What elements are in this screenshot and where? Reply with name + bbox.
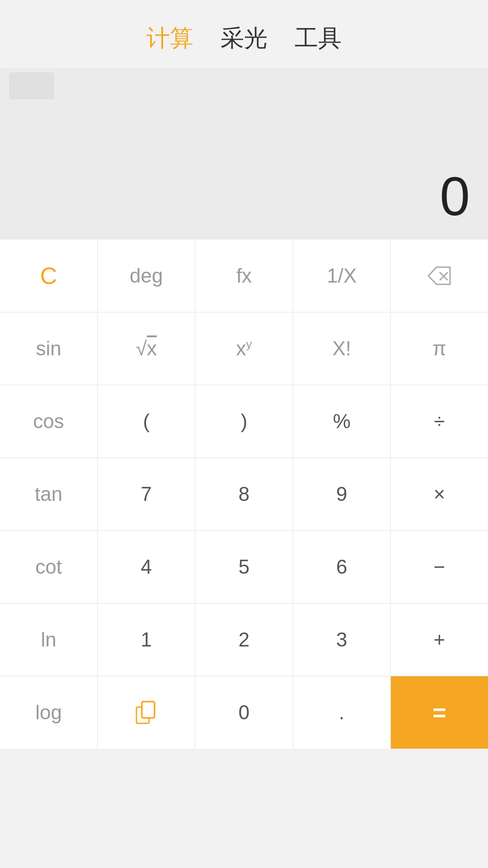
key-inv[interactable]: 1/X <box>293 240 391 312</box>
key-add[interactable]: + <box>391 604 488 676</box>
key-fx[interactable]: fx <box>195 240 293 312</box>
key-percent[interactable]: % <box>293 385 391 458</box>
key-sin[interactable]: sin <box>0 312 98 385</box>
keyboard-row-1: C deg fx 1/X <box>0 240 488 312</box>
key-rparen[interactable]: ) <box>195 385 293 458</box>
svg-rect-3 <box>142 702 155 718</box>
tab-calc[interactable]: 计算 <box>146 23 193 54</box>
key-4[interactable]: 4 <box>98 531 195 603</box>
keyboard-row-7: log 0 . = <box>0 676 488 749</box>
key-copy[interactable] <box>98 676 195 749</box>
keyboard-row-2: sin √x xy X! π <box>0 312 488 385</box>
key-cos[interactable]: cos <box>0 385 98 458</box>
copy-icon <box>136 701 157 724</box>
keyboard-row-4: tan 7 8 9 × <box>0 458 488 531</box>
key-multiply[interactable]: × <box>391 458 488 530</box>
keyboard: C deg fx 1/X sin √x xy X! <box>0 240 488 749</box>
key-6[interactable]: 6 <box>293 531 391 603</box>
key-clear[interactable]: C <box>0 240 98 312</box>
key-tan[interactable]: tan <box>0 458 98 530</box>
key-subtract[interactable]: − <box>391 531 488 603</box>
key-lparen[interactable]: ( <box>98 385 195 458</box>
key-2[interactable]: 2 <box>195 604 293 676</box>
keyboard-row-3: cos ( ) % ÷ <box>0 385 488 458</box>
keyboard-row-5: cot 4 5 6 − <box>0 531 488 604</box>
history-stub <box>9 72 54 99</box>
display-result: 0 <box>440 166 470 226</box>
key-backspace[interactable] <box>391 240 488 312</box>
key-fact[interactable]: X! <box>293 312 391 385</box>
key-dot[interactable]: . <box>293 676 391 749</box>
keyboard-row-6: ln 1 2 3 + <box>0 604 488 676</box>
key-0[interactable]: 0 <box>195 676 293 749</box>
key-5[interactable]: 5 <box>195 531 293 603</box>
key-log[interactable]: log <box>0 676 98 749</box>
backspace-icon <box>427 266 451 285</box>
key-pow[interactable]: xy <box>195 312 293 385</box>
tab-tools[interactable]: 工具 <box>295 23 342 54</box>
key-sqrt[interactable]: √x <box>98 312 195 385</box>
key-cot[interactable]: cot <box>0 531 98 603</box>
key-deg[interactable]: deg <box>98 240 195 312</box>
top-navigation: 计算 采光 工具 <box>0 0 488 68</box>
key-ln[interactable]: ln <box>0 604 98 676</box>
tab-light[interactable]: 采光 <box>221 23 267 54</box>
key-divide[interactable]: ÷ <box>391 385 488 458</box>
key-8[interactable]: 8 <box>195 458 293 530</box>
key-pi[interactable]: π <box>391 312 488 385</box>
key-9[interactable]: 9 <box>293 458 391 530</box>
key-7[interactable]: 7 <box>98 458 195 530</box>
key-3[interactable]: 3 <box>293 604 391 676</box>
key-1[interactable]: 1 <box>98 604 195 676</box>
key-equals[interactable]: = <box>391 676 488 749</box>
display-area: 0 <box>0 68 488 240</box>
